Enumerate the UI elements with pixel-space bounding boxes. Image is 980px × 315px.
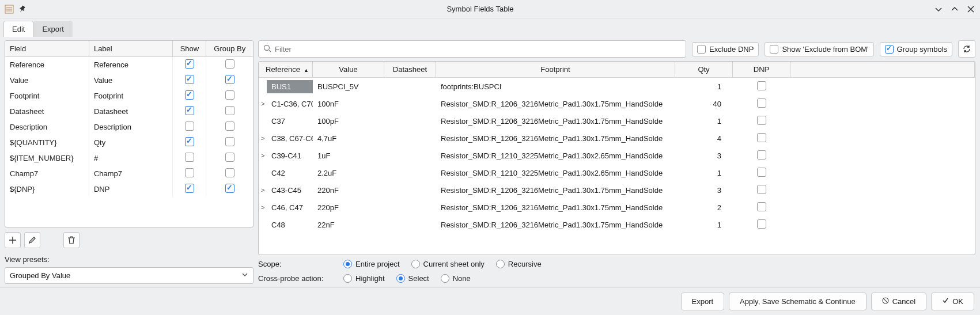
cell-footprint[interactable]: Resistor_SMD:R_1206_3216Metric_Pad1.30x1… xyxy=(436,201,675,214)
field-row[interactable]: FootprintFootprint xyxy=(5,88,253,104)
cell-dnp[interactable] xyxy=(733,113,790,129)
show-checkbox[interactable] xyxy=(185,106,194,115)
cell-reference[interactable]: C42 xyxy=(267,166,313,180)
show-checkbox[interactable] xyxy=(185,168,194,177)
groupby-checkbox[interactable] xyxy=(225,137,234,146)
col-footprint[interactable]: Footprint xyxy=(436,62,675,77)
field-name[interactable]: Datasheet xyxy=(5,104,89,119)
col-qty[interactable]: Qty xyxy=(675,62,733,77)
cancel-button[interactable]: Cancel xyxy=(871,293,926,310)
field-row[interactable]: ${ITEM_NUMBER}# xyxy=(5,150,253,166)
tab-export[interactable]: Export xyxy=(33,21,73,37)
groupby-checkbox[interactable] xyxy=(225,90,234,100)
cell-qty[interactable]: 1 xyxy=(675,166,733,180)
cell-footprint[interactable]: Resistor_SMD:R_1206_3216Metric_Pad1.30x1… xyxy=(436,132,675,145)
close-icon[interactable] xyxy=(966,5,975,14)
groupby-checkbox[interactable] xyxy=(225,122,234,131)
field-row[interactable]: DescriptionDescription xyxy=(5,119,253,135)
cell-qty[interactable]: 2 xyxy=(675,201,733,214)
cell-qty[interactable]: 3 xyxy=(675,184,733,197)
col-dnp[interactable]: DNP xyxy=(733,62,790,77)
cell-value[interactable]: 1uF xyxy=(313,149,384,162)
field-name[interactable]: ${ITEM_NUMBER} xyxy=(5,150,89,166)
cell-qty[interactable]: 1 xyxy=(675,80,733,93)
dnp-checkbox[interactable] xyxy=(757,81,766,90)
field-name[interactable]: Description xyxy=(5,119,89,135)
field-row[interactable]: ${QUANTITY}Qty xyxy=(5,135,253,150)
groupby-checkbox[interactable] xyxy=(225,75,234,84)
table-row[interactable]: BUS1BUSPCI_5Vfootprints:BUSPCI1 xyxy=(259,78,975,95)
cell-reference[interactable]: C39-C41 xyxy=(267,149,313,162)
expand-icon[interactable]: > xyxy=(259,135,267,142)
cell-value[interactable]: 4,7uF xyxy=(313,132,384,145)
cell-dnp[interactable] xyxy=(733,183,790,198)
cell-reference[interactable]: C46, C47 xyxy=(267,201,313,214)
cell-datasheet[interactable] xyxy=(384,222,436,227)
dnp-checkbox[interactable] xyxy=(757,133,766,142)
cell-value[interactable]: 220pF xyxy=(313,201,384,214)
dnp-checkbox[interactable] xyxy=(757,219,766,229)
field-name[interactable]: Champ7 xyxy=(5,166,89,181)
crossprobe-highlight[interactable]: Highlight xyxy=(343,274,385,283)
show-checkbox[interactable] xyxy=(185,184,194,193)
cell-reference[interactable]: C48 xyxy=(267,218,313,231)
cell-qty[interactable]: 40 xyxy=(675,97,733,111)
field-row[interactable]: Champ7Champ7 xyxy=(5,166,253,181)
apply-button[interactable]: Apply, Save Schematic & Continue xyxy=(729,293,867,310)
cell-dnp[interactable] xyxy=(733,200,790,215)
groupby-checkbox[interactable] xyxy=(225,59,234,69)
crossprobe-none[interactable]: None xyxy=(441,274,471,283)
table-row[interactable]: >C1-C36, C70-C100nFResistor_SMD:R_1206_3… xyxy=(259,95,975,112)
scope-entire[interactable]: Entire project xyxy=(343,260,400,268)
dnp-checkbox[interactable] xyxy=(757,202,766,211)
col-label[interactable]: Label xyxy=(89,41,172,57)
show-checkbox[interactable] xyxy=(185,122,194,131)
export-button[interactable]: Export xyxy=(681,293,725,310)
cell-reference[interactable]: C38, C67-C69 xyxy=(267,132,313,145)
cell-datasheet[interactable] xyxy=(384,136,436,141)
col-groupby[interactable]: Group By xyxy=(206,41,253,57)
field-name[interactable]: Value xyxy=(5,73,89,88)
cell-datasheet[interactable] xyxy=(384,153,436,158)
cell-reference[interactable]: C1-C36, C70-C xyxy=(267,97,313,111)
add-field-button[interactable] xyxy=(5,232,21,248)
col-value[interactable]: Value xyxy=(313,62,384,77)
groupby-checkbox[interactable] xyxy=(225,168,234,177)
table-row[interactable]: >C39-C411uFResistor_SMD:R_1210_3225Metri… xyxy=(259,147,975,164)
field-name[interactable]: Reference xyxy=(5,57,89,73)
cell-footprint[interactable]: Resistor_SMD:R_1210_3225Metric_Pad1.30x2… xyxy=(436,149,675,162)
cell-datasheet[interactable] xyxy=(384,188,436,192)
groupby-checkbox[interactable] xyxy=(225,153,234,162)
cell-qty[interactable]: 3 xyxy=(675,149,733,162)
cell-value[interactable]: BUSPCI_5V xyxy=(313,80,384,93)
show-checkbox[interactable] xyxy=(185,59,194,69)
cell-footprint[interactable]: Resistor_SMD:R_1206_3216Metric_Pad1.30x1… xyxy=(436,115,675,128)
field-label[interactable]: DNP xyxy=(89,181,172,197)
expand-icon[interactable]: > xyxy=(259,152,267,159)
cell-datasheet[interactable] xyxy=(384,205,436,210)
cell-reference[interactable]: C37 xyxy=(267,115,313,128)
cell-value[interactable]: 220nF xyxy=(313,184,384,197)
cell-dnp[interactable] xyxy=(733,79,790,94)
pin-icon[interactable] xyxy=(17,5,27,14)
cell-qty[interactable]: 4 xyxy=(675,132,733,145)
groupby-checkbox[interactable] xyxy=(225,106,234,115)
field-label[interactable]: Description xyxy=(89,119,172,135)
cell-datasheet[interactable] xyxy=(384,101,436,106)
maximize-icon[interactable] xyxy=(950,5,959,14)
tab-edit[interactable]: Edit xyxy=(3,21,33,37)
field-label[interactable]: Reference xyxy=(89,57,172,73)
table-row[interactable]: C37100pFResistor_SMD:R_1206_3216Metric_P… xyxy=(259,112,975,130)
table-row[interactable]: C4822nFResistor_SMD:R_1206_3216Metric_Pa… xyxy=(259,216,975,233)
cell-dnp[interactable] xyxy=(733,165,790,181)
cell-datasheet[interactable] xyxy=(384,84,436,89)
show-checkbox[interactable] xyxy=(185,153,194,162)
show-checkbox[interactable] xyxy=(185,137,194,146)
table-row[interactable]: >C43-C45220nFResistor_SMD:R_1206_3216Met… xyxy=(259,181,975,199)
filter-input-wrap[interactable] xyxy=(258,40,686,58)
symbol-table[interactable]: Reference▲ Value Datasheet Footprint Qty… xyxy=(258,61,975,255)
field-label[interactable]: Footprint xyxy=(89,88,172,104)
cell-dnp[interactable] xyxy=(733,96,790,112)
cell-reference[interactable]: BUS1 xyxy=(267,80,313,93)
show-exclude-bom-option[interactable]: Show 'Exclude from BOM' xyxy=(765,42,873,56)
